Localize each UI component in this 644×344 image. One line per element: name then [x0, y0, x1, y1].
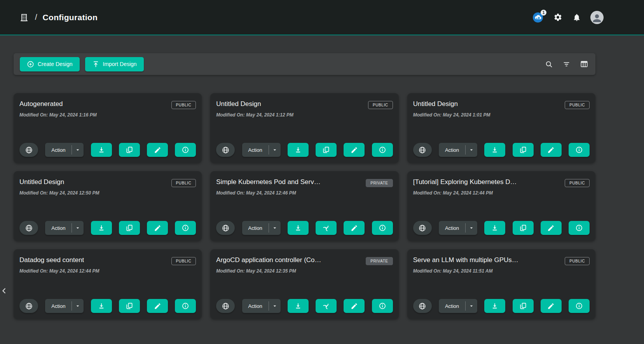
- chevron-down-icon[interactable]: [466, 221, 477, 235]
- info-button[interactable]: [175, 143, 196, 157]
- info-button[interactable]: [372, 299, 393, 313]
- chevron-down-icon[interactable]: [466, 143, 477, 157]
- action-button[interactable]: Action: [242, 299, 269, 313]
- action-split-button[interactable]: Action: [45, 299, 84, 313]
- info-button[interactable]: [175, 299, 196, 313]
- info-icon: [575, 224, 583, 232]
- visibility-globe-button[interactable]: [19, 299, 38, 313]
- action-button[interactable]: Action: [439, 143, 465, 157]
- chevron-down-icon[interactable]: [269, 143, 281, 157]
- download-button[interactable]: [288, 299, 309, 313]
- info-button[interactable]: [372, 143, 393, 157]
- edit-button[interactable]: [541, 299, 562, 313]
- visibility-globe-button[interactable]: [19, 221, 38, 235]
- globe-icon: [418, 302, 426, 310]
- info-button[interactable]: [372, 221, 393, 235]
- action-button[interactable]: Action: [45, 299, 72, 313]
- settings-gear-icon[interactable]: [553, 12, 563, 23]
- info-button[interactable]: [175, 221, 196, 235]
- edit-button[interactable]: [147, 221, 168, 235]
- copy-button[interactable]: [513, 143, 534, 157]
- visibility-globe-button[interactable]: [413, 299, 432, 313]
- action-button[interactable]: Action: [45, 143, 72, 157]
- table-view-icon[interactable]: [579, 59, 589, 69]
- copy-button[interactable]: [513, 299, 534, 313]
- design-card: [Tutorial] Exploring Kubernetes D… PUBLI…: [407, 171, 595, 241]
- chevron-down-icon[interactable]: [269, 221, 281, 235]
- collapse-drawer-chevron[interactable]: [0, 286, 9, 297]
- edit-button[interactable]: [344, 143, 365, 157]
- action-button[interactable]: Action: [242, 221, 269, 235]
- edit-button[interactable]: [541, 221, 562, 235]
- design-card: Datadog seed content PUBLIC Modified On:…: [14, 249, 202, 319]
- page-title: Configuration: [43, 13, 98, 22]
- action-button[interactable]: Action: [439, 299, 465, 313]
- edit-button[interactable]: [147, 299, 168, 313]
- action-split-button[interactable]: Action: [242, 221, 281, 235]
- action-button[interactable]: Action: [242, 143, 269, 157]
- visibility-globe-button[interactable]: [413, 221, 432, 235]
- download-button[interactable]: [484, 299, 505, 313]
- globe-icon: [25, 224, 33, 232]
- card-actions: Action: [216, 299, 393, 313]
- copy-button[interactable]: [316, 143, 337, 157]
- info-button[interactable]: [569, 299, 590, 313]
- download-button[interactable]: [91, 143, 112, 157]
- info-button[interactable]: [569, 221, 590, 235]
- chevron-down-icon[interactable]: [72, 143, 84, 157]
- edit-button[interactable]: [344, 221, 365, 235]
- modified-date: Modified On: May 24, 2024 12:35 PM: [216, 268, 393, 274]
- card-actions: Action: [19, 143, 196, 157]
- building-icon[interactable]: [19, 12, 30, 23]
- design-card: Autogenerated PUBLIC Modified On: May 24…: [14, 93, 202, 163]
- action-button[interactable]: Action: [439, 221, 465, 235]
- action-split-button[interactable]: Action: [242, 299, 281, 313]
- visibility-globe-button[interactable]: [19, 143, 38, 157]
- action-split-button[interactable]: Action: [439, 299, 477, 313]
- download-button[interactable]: [288, 221, 309, 235]
- download-button[interactable]: [484, 221, 505, 235]
- filter-icon[interactable]: [562, 59, 571, 69]
- avatar[interactable]: [590, 11, 604, 24]
- action-split-button[interactable]: Action: [45, 143, 84, 157]
- chevron-down-icon[interactable]: [72, 221, 84, 235]
- spiral-button[interactable]: [316, 299, 337, 313]
- action-split-button[interactable]: Action: [45, 221, 84, 235]
- spiral-button[interactable]: [316, 221, 337, 235]
- edit-pencil-icon: [351, 146, 358, 154]
- copy-button[interactable]: [513, 221, 534, 235]
- info-icon: [182, 224, 189, 232]
- action-button[interactable]: Action: [45, 221, 72, 235]
- globe-icon: [222, 224, 230, 232]
- visibility-globe-button[interactable]: [216, 221, 235, 235]
- download-icon: [294, 224, 302, 232]
- info-button[interactable]: [569, 143, 590, 157]
- copy-icon: [519, 146, 527, 154]
- download-button[interactable]: [484, 143, 505, 157]
- search-icon[interactable]: [544, 59, 554, 69]
- action-split-button[interactable]: Action: [439, 143, 477, 157]
- import-design-button[interactable]: Import Design: [85, 57, 144, 71]
- edit-pencil-icon: [547, 302, 555, 310]
- visibility-globe-button[interactable]: [216, 143, 235, 157]
- visibility-badge: PUBLIC: [565, 101, 590, 109]
- visibility-globe-button[interactable]: [413, 143, 432, 157]
- chevron-down-icon[interactable]: [269, 299, 281, 313]
- chevron-down-icon[interactable]: [72, 299, 84, 313]
- download-button[interactable]: [288, 143, 309, 157]
- download-button[interactable]: [91, 221, 112, 235]
- download-button[interactable]: [91, 299, 112, 313]
- copy-button[interactable]: [119, 299, 140, 313]
- edit-button[interactable]: [541, 143, 562, 157]
- copy-button[interactable]: [119, 221, 140, 235]
- chevron-down-icon[interactable]: [466, 299, 477, 313]
- visibility-globe-button[interactable]: [216, 299, 235, 313]
- action-split-button[interactable]: Action: [439, 221, 477, 235]
- edit-button[interactable]: [147, 143, 168, 157]
- design-card: Simple Kubernetes Pod and Serv… PRIVATE …: [210, 171, 398, 241]
- notifications-bell-icon[interactable]: [572, 12, 582, 23]
- edit-button[interactable]: [344, 299, 365, 313]
- create-design-button[interactable]: Create Design: [20, 57, 80, 71]
- copy-button[interactable]: [119, 143, 140, 157]
- action-split-button[interactable]: Action: [242, 143, 281, 157]
